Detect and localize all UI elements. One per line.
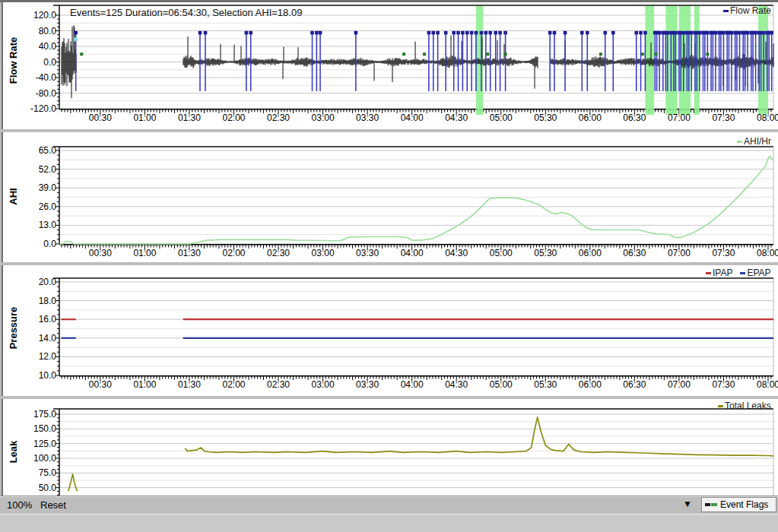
- time-tick-label: 04:30: [440, 249, 473, 258]
- time-tick-label: 03:30: [351, 380, 384, 390]
- time-tick-label: 02:00: [217, 249, 250, 258]
- time-tick-label: 01:30: [173, 113, 206, 123]
- legend-item: IPAP: [706, 268, 732, 278]
- bottom-toolbar: 100% Reset ▼ Event Flags: [0, 496, 778, 514]
- time-tick-label: 01:00: [128, 249, 161, 258]
- time-tick-label: 06:30: [618, 113, 651, 123]
- time-tick-label: 05:30: [529, 380, 562, 390]
- legend-item: Flow Rate: [723, 5, 771, 16]
- time-tick-label: 08:00: [751, 380, 778, 390]
- time-tick-label: 06:30: [618, 380, 651, 390]
- time-tick-label: 04:00: [395, 380, 429, 390]
- time-tick-label: 05:00: [484, 113, 518, 123]
- legend-dash-icon: [718, 405, 723, 407]
- leak-panel[interactable]: [2, 399, 778, 496]
- ahi-panel[interactable]: [2, 132, 778, 262]
- y-tick-label: 10.0: [9, 371, 56, 380]
- time-tick-label: 04:30: [440, 380, 473, 390]
- time-tick-label: 02:30: [262, 113, 295, 123]
- legend-dash-icon: [723, 10, 729, 12]
- time-tick-label: 07:00: [662, 380, 696, 390]
- time-tick-label: 04:30: [440, 113, 473, 123]
- time-tick-label: 06:00: [573, 380, 607, 390]
- time-tick-label: 07:00: [662, 113, 696, 123]
- pressure-axis-label: Pressure: [8, 294, 19, 363]
- time-tick-label: 00:30: [84, 113, 117, 123]
- zoom-level-label: 100%: [7, 499, 32, 511]
- legend-dash-icon: [737, 141, 742, 143]
- time-tick-label: 00:30: [84, 380, 117, 390]
- time-tick-label: 07:00: [662, 249, 696, 258]
- time-tick-label: 04:00: [395, 249, 429, 258]
- event-flags-label: Event Flags: [720, 499, 768, 510]
- time-tick-label: 08:00: [751, 249, 778, 258]
- legend-dash-icon: [706, 272, 711, 274]
- time-tick-label: 03:30: [351, 113, 384, 123]
- time-tick-label: 06:00: [573, 249, 607, 258]
- time-tick-label: 01:30: [173, 380, 206, 390]
- legend-label: IPAP: [713, 268, 732, 278]
- time-tick-label: 07:30: [707, 380, 740, 390]
- time-tick-label: 03:00: [306, 113, 340, 123]
- event-flag-green-icon: [711, 503, 717, 506]
- event-flag-dark-icon: [705, 503, 710, 506]
- time-tick-label: 04:00: [395, 113, 429, 123]
- time-tick-label: 07:30: [707, 249, 740, 258]
- time-tick-label: 08:00: [751, 113, 778, 123]
- legend-label: Flow Rate: [730, 5, 771, 16]
- selection-summary-title: Events=125 Duration=06:54:30, Selection …: [70, 7, 302, 18]
- time-tick-label: 07:30: [707, 113, 740, 123]
- time-tick-label: 02:00: [217, 380, 250, 390]
- flow-legend: Flow Rate: [723, 5, 771, 16]
- legend-dash-icon: [740, 272, 745, 274]
- y-tick-label: 20.0: [9, 277, 56, 287]
- time-tick-label: 02:30: [262, 380, 295, 390]
- chevron-down-icon[interactable]: ▼: [683, 499, 692, 509]
- legend-item: AHI/Hr: [737, 136, 771, 147]
- ahi-legend: AHI/Hr: [737, 136, 771, 147]
- legend-item: Total Leaks: [718, 401, 771, 411]
- event-flags-button[interactable]: Event Flags: [701, 497, 776, 512]
- leak-legend: Total Leaks: [718, 401, 771, 411]
- y-tick-label: 0.0: [9, 239, 56, 249]
- time-tick-label: 03:00: [306, 380, 340, 390]
- y-tick-label: 65.0: [9, 146, 56, 155]
- time-tick-label: 03:00: [306, 249, 340, 258]
- time-tick-label: 06:00: [573, 113, 607, 123]
- time-tick-label: 05:00: [484, 380, 518, 390]
- reset-button[interactable]: Reset: [40, 499, 66, 511]
- time-tick-label: 03:30: [351, 249, 384, 258]
- y-tick-label: -120.0: [9, 104, 56, 113]
- legend-label: Total Leaks: [725, 401, 771, 411]
- time-tick-label: 01:00: [128, 380, 161, 390]
- legend-item: EPAP: [740, 268, 770, 278]
- ahi-axis-label: AHI: [8, 163, 19, 231]
- time-tick-label: 05:30: [529, 249, 562, 258]
- legend-label: EPAP: [747, 268, 770, 278]
- time-tick-label: 02:30: [262, 249, 295, 258]
- status-strip: [0, 513, 778, 532]
- flow-axis-label: Flow Rate: [8, 27, 19, 95]
- flow-rate-panel[interactable]: Events=125 Duration=06:54:30, Selection …: [2, 2, 778, 129]
- pressure-panel[interactable]: [2, 265, 778, 396]
- time-tick-label: 05:00: [484, 249, 518, 258]
- time-tick-label: 01:30: [173, 249, 206, 258]
- time-tick-label: 00:30: [84, 249, 117, 258]
- time-tick-label: 06:30: [618, 249, 651, 258]
- y-tick-label: 120.0: [9, 11, 56, 20]
- time-tick-label: 05:30: [529, 113, 562, 123]
- legend-label: AHI/Hr: [744, 136, 771, 147]
- leak-axis-label: Leak: [8, 418, 19, 486]
- pressure-legend: IPAPEPAP: [706, 268, 771, 278]
- time-tick-label: 01:00: [128, 113, 161, 123]
- time-tick-label: 02:00: [217, 113, 250, 123]
